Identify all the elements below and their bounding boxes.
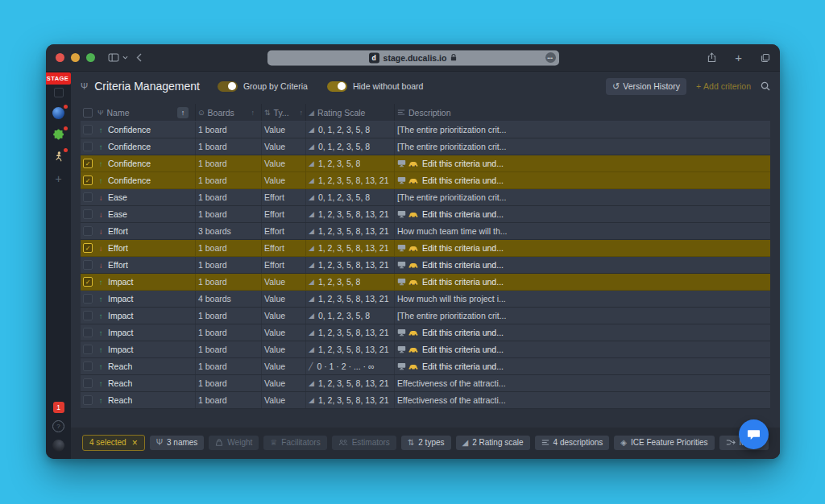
- row-checkbox[interactable]: [83, 311, 93, 320]
- version-history-button[interactable]: ↺ Version History: [606, 78, 686, 95]
- chip-4-descriptions[interactable]: 4 descriptions: [535, 436, 610, 450]
- table-row[interactable]: ✓ ↓ Effort 1 board Effort ◢ 1, 2, 3, 5, …: [81, 240, 770, 257]
- group-by-criteria-toggle[interactable]: Group by Criteria: [218, 81, 308, 92]
- criterion-name[interactable]: Reach: [108, 361, 132, 371]
- criterion-name[interactable]: Impact: [108, 345, 134, 354]
- row-checkbox[interactable]: ✓: [83, 176, 93, 185]
- close-icon[interactable]: ×: [132, 438, 138, 448]
- sidebar-toggle-icon[interactable]: [108, 53, 119, 62]
- chip-facilitators[interactable]: ♕ Facilitators: [263, 436, 326, 450]
- criterion-name[interactable]: Impact: [108, 328, 134, 337]
- lines-icon: [397, 109, 405, 116]
- row-checkbox[interactable]: [83, 192, 93, 202]
- user-avatar[interactable]: [52, 440, 64, 452]
- criterion-name[interactable]: Confidence: [108, 176, 151, 185]
- new-tab-button[interactable]: +: [735, 52, 742, 64]
- row-checkbox[interactable]: [83, 209, 93, 219]
- row-checkbox[interactable]: [83, 345, 93, 354]
- criterion-name[interactable]: Reach: [108, 395, 132, 405]
- table-row[interactable]: ↑ Confidence 1 board Value ◢ 0, 1, 2, 3,…: [81, 138, 770, 155]
- chip-weight[interactable]: Weight: [209, 436, 259, 450]
- table-row[interactable]: ↑ Reach 1 board Value ◢ 1, 2, 3, 5, 8, 1…: [81, 392, 770, 409]
- close-window-button[interactable]: [56, 53, 64, 62]
- share-icon[interactable]: [707, 52, 716, 63]
- criterion-name[interactable]: Confidence: [108, 159, 151, 168]
- select-all-checkbox[interactable]: [83, 108, 93, 118]
- criterion-name[interactable]: Effort: [108, 226, 128, 236]
- notification-count-badge[interactable]: 1: [53, 402, 64, 413]
- chip-4-selected[interactable]: 4 selected ×: [82, 435, 145, 451]
- row-checkbox[interactable]: ✓: [83, 159, 93, 168]
- help-button[interactable]: ?: [52, 420, 64, 432]
- table-row[interactable]: ✓ ↑ Confidence 1 board Value ◢ 1, 2, 3, …: [81, 172, 770, 189]
- row-checkbox[interactable]: [83, 378, 93, 388]
- chip-estimators[interactable]: Estimators: [332, 436, 396, 450]
- chip-2-types[interactable]: ⇅ 2 types: [401, 436, 451, 450]
- criterion-name[interactable]: Impact: [108, 311, 134, 320]
- chat-launcher-button[interactable]: [739, 419, 769, 449]
- minimize-window-button[interactable]: [71, 53, 80, 62]
- address-bar[interactable]: d stage.ducalis.io •••: [267, 50, 559, 65]
- table-row[interactable]: ↓ Effort 1 board Effort ◢ 1, 2, 3, 5, 8,…: [81, 257, 770, 274]
- criterion-name[interactable]: Effort: [108, 260, 128, 270]
- criterion-name[interactable]: Confidence: [108, 142, 151, 151]
- table-row[interactable]: ✓ ↑ Impact 1 board Value ◢ 1, 2, 3, 5, 8…: [81, 274, 770, 291]
- page-options-icon[interactable]: •••: [545, 52, 556, 63]
- column-header-description[interactable]: Description: [395, 104, 770, 121]
- chevron-down-icon[interactable]: [122, 56, 128, 60]
- row-checkbox[interactable]: [83, 395, 93, 405]
- table-row[interactable]: ✓ ↑ Confidence 1 board Value ◢ 1, 2, 3, …: [81, 155, 770, 172]
- criterion-name[interactable]: Confidence: [108, 125, 151, 134]
- column-header-rating-scale[interactable]: ◢ Rating Scale: [306, 104, 395, 121]
- row-checkbox[interactable]: [83, 125, 93, 134]
- row-checkbox[interactable]: [83, 294, 93, 304]
- row-checkbox[interactable]: [83, 260, 93, 270]
- row-checkbox[interactable]: [83, 328, 93, 337]
- search-icon[interactable]: [761, 81, 770, 91]
- criterion-name[interactable]: Effort: [108, 243, 128, 253]
- add-criterion-button[interactable]: + Add criterion: [696, 81, 751, 91]
- row-checkbox[interactable]: ✓: [83, 243, 93, 253]
- criterion-name[interactable]: Impact: [108, 277, 134, 287]
- table-row[interactable]: ↑ Reach 1 board Value ◢ 1, 2, 3, 5, 8, 1…: [81, 375, 770, 392]
- zoom-window-button[interactable]: [86, 53, 95, 62]
- sort-ascending-icon[interactable]: ↑: [177, 107, 189, 118]
- table-row[interactable]: ↑ Confidence 1 board Value ◢ 0, 1, 2, 3,…: [81, 122, 770, 138]
- criterion-name[interactable]: Impact: [108, 294, 134, 304]
- column-header-type[interactable]: ⇅ Ty... ↑: [262, 104, 306, 121]
- criterion-name[interactable]: Reach: [108, 378, 132, 388]
- sort-icon[interactable]: ↑: [300, 109, 304, 117]
- criterion-name[interactable]: Ease: [108, 192, 127, 202]
- criterion-description: [The entire prioritization crit...: [397, 311, 506, 320]
- back-button[interactable]: [136, 53, 142, 62]
- sort-icon[interactable]: ↑: [251, 109, 255, 117]
- workspace-item-puzzle[interactable]: [52, 128, 65, 141]
- row-checkbox[interactable]: [83, 142, 93, 151]
- table-row[interactable]: ↑ Impact 4 boards Value ◢ 1, 2, 3, 5, 8,…: [81, 291, 770, 308]
- boards-count: 1 board: [198, 311, 227, 320]
- table-row[interactable]: ↓ Ease 1 board Effort ◢ 0, 1, 2, 3, 5, 8…: [81, 189, 770, 206]
- table-row[interactable]: ↑ Impact 1 board Value ◢ 1, 2, 3, 5, 8, …: [81, 341, 770, 358]
- column-header-boards[interactable]: ⊙ Boards ↑: [196, 104, 262, 121]
- table-row[interactable]: ↓ Ease 1 board Effort ◢ 1, 2, 3, 5, 8, 1…: [81, 206, 770, 223]
- column-header-name[interactable]: Ψ Name ↑: [95, 104, 196, 121]
- row-checkbox[interactable]: [83, 361, 93, 371]
- tab-overview-icon[interactable]: [761, 53, 770, 63]
- workspace-placeholder-icon[interactable]: [54, 88, 64, 97]
- chip-3-names[interactable]: Ψ 3 names: [150, 436, 205, 450]
- table-row[interactable]: ↓ Effort 3 boards Effort ◢ 1, 2, 3, 5, 8…: [81, 223, 770, 240]
- workspace-item-blue[interactable]: [52, 106, 65, 119]
- chip-ice-feature-priorities[interactable]: ◈ ICE Feature Priorities: [614, 436, 714, 450]
- workspace-item-runner[interactable]: [52, 150, 65, 163]
- lines-icon: [541, 439, 549, 446]
- add-workspace-button[interactable]: +: [55, 172, 61, 185]
- chip-2-rating-scale[interactable]: ◢ 2 Rating scale: [456, 436, 530, 450]
- row-checkbox[interactable]: ✓: [83, 277, 93, 287]
- criterion-description: [The entire prioritization crit...: [397, 142, 506, 151]
- table-row[interactable]: ↑ Impact 1 board Value ◢ 0, 1, 2, 3, 5, …: [81, 308, 770, 324]
- table-row[interactable]: ↑ Reach 1 board Value ╱ 0 · 1 · 2 · ... …: [81, 358, 770, 375]
- row-checkbox[interactable]: [83, 226, 93, 236]
- criterion-name[interactable]: Ease: [108, 209, 127, 219]
- hide-without-board-toggle[interactable]: Hide without board: [327, 81, 424, 92]
- table-row[interactable]: ↑ Impact 1 board Value ◢ 1, 2, 3, 5, 8, …: [81, 324, 770, 341]
